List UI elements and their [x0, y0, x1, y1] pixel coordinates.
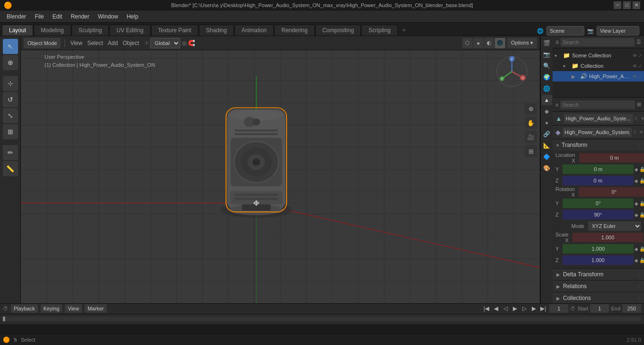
exclude-icon[interactable]: ✓ [638, 64, 642, 69]
scale-x-input[interactable] [572, 233, 644, 242]
shading-solid[interactable]: ● [473, 38, 483, 48]
viewport-object-menu[interactable]: Object [121, 39, 141, 47]
menu-edit[interactable]: Edit [49, 12, 66, 21]
skip-to-start-btn[interactable]: |◀ [482, 304, 491, 313]
tab-shading[interactable]: Shading [199, 25, 234, 36]
grid-btn[interactable]: ⊞ [525, 145, 537, 157]
outliner-search[interactable] [561, 38, 635, 46]
data-properties-icon[interactable]: 🔷 [542, 152, 552, 162]
viewlayer-input[interactable] [597, 26, 639, 36]
view-menu[interactable]: View [65, 304, 82, 313]
scale-y-key[interactable]: ◆ [635, 246, 638, 252]
scene-input[interactable] [546, 26, 584, 36]
play-btn[interactable]: ▶ [510, 304, 519, 313]
rotation-x-input[interactable] [579, 187, 644, 197]
props-search[interactable] [560, 100, 635, 109]
output-properties-icon[interactable]: 📷 [542, 49, 552, 60]
tool-move[interactable]: ⊹ [3, 76, 18, 91]
visibility-icon[interactable]: 👁 [633, 74, 637, 79]
exclude-icon[interactable]: ✓ [638, 53, 642, 58]
shading-wireframe[interactable]: ⬡ [462, 38, 473, 48]
minimize-button[interactable]: ─ [614, 1, 621, 9]
delta-transform-header[interactable]: ▶ Delta Transform :: [553, 269, 644, 280]
add-workspace-button[interactable]: + [398, 24, 410, 36]
tool-transform[interactable]: ⊞ [3, 124, 18, 139]
transform-section-header[interactable]: ▾ Transform :: [553, 139, 644, 151]
outliner-row-collection[interactable]: ▾ 📁 Collection 👁 ✓ [553, 61, 644, 71]
next-keyframe-btn[interactable]: ▷ [520, 304, 528, 313]
viewport[interactable]: Object Mode View Select Add Object ⊹ Glo… [21, 36, 540, 303]
scene-properties-icon[interactable]: 🌍 [542, 72, 552, 82]
tool-select-box[interactable]: ↖ [3, 39, 18, 54]
object-mode-dropdown[interactable]: Object Mode [24, 38, 61, 48]
tab-rendering[interactable]: Rendering [274, 25, 314, 36]
particles-properties-icon[interactable]: ● [542, 118, 552, 128]
rotation-z-input[interactable] [563, 210, 634, 219]
exclude-icon[interactable]: ✓ [638, 74, 642, 79]
tool-scale[interactable]: ⤡ [3, 108, 18, 123]
menu-window[interactable]: Window [94, 12, 122, 21]
close-button[interactable]: ✕ [633, 1, 640, 9]
material-properties-icon[interactable]: 🎨 [542, 163, 552, 173]
end-frame-input[interactable] [622, 304, 641, 313]
viewport-view-menu[interactable]: View [69, 39, 84, 47]
scale-z-key[interactable]: ◆ [635, 258, 638, 263]
transform-global-dropdown[interactable]: Global [150, 38, 180, 48]
marker-menu[interactable]: Marker [85, 304, 107, 313]
object-name-input[interactable] [564, 114, 633, 123]
location-z-input[interactable] [563, 176, 634, 185]
keying-menu[interactable]: Keying [41, 304, 63, 313]
tab-uv-editing[interactable]: UV Editing [109, 25, 151, 36]
pan-btn[interactable]: ✋ [525, 117, 537, 129]
location-z-key[interactable]: ◆ [635, 178, 638, 183]
tab-animation[interactable]: Animation [234, 25, 274, 36]
prev-frame-btn[interactable]: ◀ [492, 304, 500, 313]
tool-rotate[interactable]: ↺ [3, 92, 18, 107]
zoom-in-btn[interactable]: ⊕ [525, 102, 537, 115]
shading-material[interactable]: ◐ [484, 38, 494, 48]
next-frame-btn[interactable]: ▶ [529, 304, 538, 313]
menu-file[interactable]: File [31, 12, 47, 21]
prev-keyframe-btn[interactable]: ◁ [501, 304, 510, 313]
location-x-input[interactable] [579, 153, 644, 163]
tool-cursor[interactable]: ⊕ [3, 55, 18, 70]
tab-modeling[interactable]: Modeling [34, 25, 71, 36]
mesh-name-input[interactable] [563, 127, 632, 137]
location-y-key[interactable]: ◆ [635, 167, 638, 172]
shading-rendered[interactable]: 🌑 [495, 38, 505, 48]
world-properties-icon[interactable]: 🌐 [542, 83, 552, 94]
rotation-y-input[interactable] [563, 199, 634, 208]
rotation-mode-dropdown[interactable]: XYZ Euler [588, 221, 641, 231]
playback-menu[interactable]: Playback [11, 304, 38, 313]
scale-y-input[interactable] [563, 244, 634, 254]
constraints-properties-icon[interactable]: 📐 [542, 140, 552, 151]
physics-properties-icon[interactable]: 🔗 [542, 129, 552, 139]
viewport-options-btn[interactable]: Options ▾ [507, 38, 537, 48]
current-frame-input[interactable] [549, 304, 568, 313]
camera-btn[interactable]: 🎥 [525, 131, 537, 143]
visibility-icon[interactable]: 👁 [633, 64, 637, 69]
rotation-y-key[interactable]: ◆ [635, 201, 638, 206]
object-properties-icon[interactable]: ▲ [542, 95, 552, 105]
menu-help[interactable]: Help [123, 12, 142, 21]
start-frame-input[interactable] [590, 304, 609, 313]
menu-render[interactable]: Render [67, 12, 93, 21]
tab-layout[interactable]: Layout [2, 25, 33, 36]
tab-texture-paint[interactable]: Texture Paint [151, 25, 198, 36]
navigation-gizmo[interactable]: Z X Y [495, 55, 528, 88]
tool-annotate[interactable]: ✏ [3, 145, 18, 160]
skip-to-end-btn[interactable]: ▶| [539, 304, 547, 313]
modifier-properties-icon[interactable]: ◆ [542, 106, 552, 117]
render-properties-icon[interactable]: 🎬 [542, 38, 552, 48]
tool-measure[interactable]: 📏 [3, 161, 18, 176]
maximize-button[interactable]: □ [623, 1, 631, 9]
viewport-select-menu[interactable]: Select [86, 39, 104, 47]
menu-blender[interactable]: Blender [3, 12, 30, 21]
collections-header[interactable]: ▶ Collections :: [553, 292, 644, 303]
visibility-icon[interactable]: 👁 [633, 53, 637, 58]
relations-header[interactable]: ▶ Relations :: [553, 281, 644, 292]
location-y-input[interactable] [563, 164, 634, 174]
outliner-row-scene-collection[interactable]: ▾ 📁 Scene Collection 👁 ✓ [553, 50, 644, 61]
outliner-row-object[interactable]: ▶ 🔊 High_Power_Audio_S... 👁 ✓ [553, 71, 644, 82]
tab-compositing[interactable]: Compositing [315, 25, 361, 36]
